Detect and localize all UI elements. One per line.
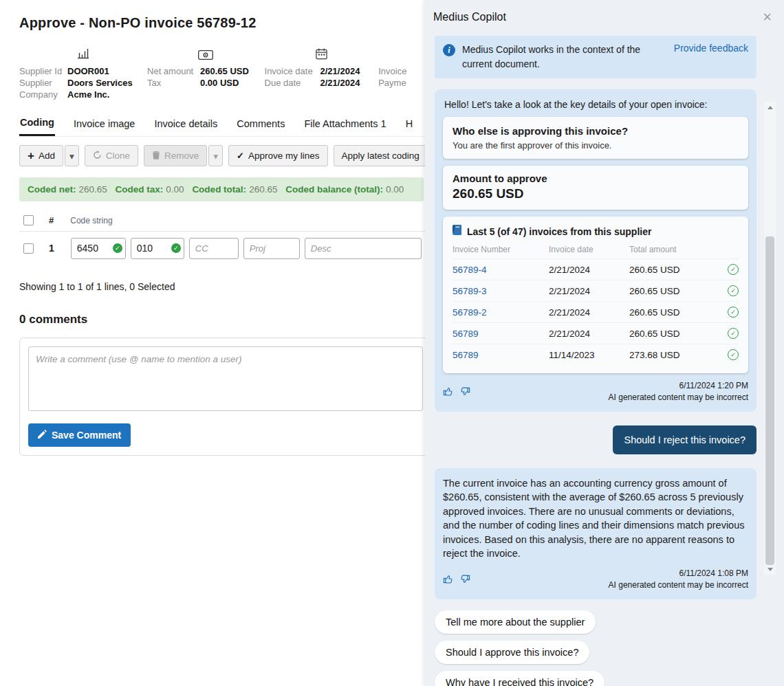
assistant-message: The current invoice has an accounting cu… [435,468,756,599]
history-card-header: Last 5 (of 47) invoices from this suppli… [453,225,739,238]
approve-my-lines-button[interactable]: ✓Approve my lines [228,145,327,166]
history-row: 56789-4 2/21/2024 260.65 USD ✓ [453,258,739,280]
copilot-panel: Medius Copilot × i Medius Copilot works … [425,0,784,686]
apply-latest-coding-button[interactable]: Apply latest coding [334,145,425,166]
select-all-checkbox[interactable] [23,215,34,225]
history-card-title: Last 5 (of 47) invoices from this suppli… [467,226,651,237]
add-button[interactable]: +Add [19,145,63,166]
amounts-eye-icon [147,45,265,60]
due-date-value: 2/21/2024 [320,77,360,89]
coded-tax-value: 0.00 [166,184,184,195]
net-amount-value: 260.65 USD [200,65,249,77]
invoice-link[interactable]: 56789-3 [453,286,549,296]
tab-coding[interactable]: Coding [19,113,55,136]
approved-check-icon: ✓ [728,285,739,296]
feedback-buttons [443,574,470,585]
close-icon[interactable]: × [763,10,772,25]
company-label: Company [19,89,67,100]
history-row: 56789 2/21/2024 260.65 USD ✓ [453,322,739,344]
tax-label: Tax [147,77,200,89]
message-timestamp: 6/11/2024 1:08 PM [609,568,748,579]
due-date-label: Due date [265,77,320,89]
tab-history[interactable]: H [405,113,413,136]
invoice-link[interactable]: 56789-2 [453,307,549,318]
col-invoice-number: Invoice Number [453,245,549,254]
supplier-group: Supplier IdDOOR001 SupplierDoors Service… [19,45,147,100]
invoice-link[interactable]: 56789-4 [453,265,549,275]
comment-input[interactable] [28,346,423,411]
greeting-text: Hello! Let's take a look at the key deta… [444,99,747,110]
chat-area: Hello! Let's take a look at the key deta… [435,89,756,686]
row-checkbox[interactable] [23,243,34,254]
supplier-value: Doors Services [67,77,133,89]
clone-icon [93,151,102,162]
suggestion-approve[interactable]: Should I approve this invoice? [435,641,589,664]
thumbs-down-icon[interactable] [460,386,470,397]
supplier-id-label: Supplier Id [19,65,67,77]
tab-file-attachments[interactable]: File Attachments 1 [303,113,386,136]
thumbs-up-icon[interactable] [443,574,453,585]
message-meta-text: 6/11/2024 1:20 PM AI generated content m… [609,380,748,403]
add-dropdown-button[interactable]: ▾ [65,145,79,166]
context-banner: i Medius Copilot works in the context of… [435,36,756,78]
coded-net-value: 260.65 [79,184,107,195]
coded-net-label: Coded net: [28,184,76,195]
supplier-label: Supplier [19,77,67,89]
scroll-down-arrow[interactable] [764,564,776,575]
ai-response-text: The current invoice has an accounting cu… [443,476,748,561]
clipped-payment-label: Payme [378,77,420,89]
remove-button[interactable]: Remove [144,145,207,166]
thumbs-up-icon[interactable] [443,386,453,397]
remove-dropdown-button[interactable]: ▾ [208,145,223,166]
valid-check-icon: ✓ [113,243,122,253]
clipped-fields-group: Invoice Payme [378,45,425,100]
dates-calendar-icon [265,45,379,60]
invoice-date: 2/21/2024 [549,329,629,339]
suggestion-supplier[interactable]: Tell me more about the supplier [435,610,596,634]
comments-heading: 0 comments [19,313,425,327]
coded-tax-label: Coded tax: [116,184,164,195]
tab-bar: Coding Invoice image Invoice details Com… [19,113,425,137]
ai-disclaimer: AI generated content may be incorrect [609,579,748,591]
chat-scrollbar[interactable] [764,102,776,575]
coded-total-value: 260.65 [249,184,277,195]
provide-feedback-link[interactable]: Provide feedback [674,43,748,54]
copilot-header: Medius Copilot × [425,0,784,34]
invoice-link[interactable]: 56789 [453,329,549,339]
save-comment-button[interactable]: Save Comment [28,423,131,447]
page-title: Approve - Non-PO invoice 56789-12 [19,15,425,31]
approvers-card-body: You are the first approver of this invoi… [453,140,739,151]
invoice-date-label: Invoice date [265,65,320,77]
suggestion-why-received[interactable]: Why have I received this invoice? [435,671,605,686]
approved-check-icon: ✓ [728,349,739,360]
clipped-invoice-label: Invoice [378,65,420,77]
code-string-fields: ✓ ✓ [71,238,425,259]
invoice-date: 2/21/2024 [549,307,629,318]
description-input[interactable] [305,238,422,259]
chevron-down-icon: ▾ [213,151,218,162]
cost-center-field-wrap [189,238,239,259]
history-row: 56789-3 2/21/2024 260.65 USD ✓ [453,280,739,301]
tab-invoice-image[interactable]: Invoice image [73,113,135,136]
coding-toolbar: +Add ▾ Clone Remove ▾ ✓Approve my lines … [19,145,425,166]
clone-button[interactable]: Clone [85,145,138,166]
valid-check-icon: ✓ [171,243,181,253]
supplier-chart-icon [19,45,147,60]
showing-lines-text: Showing 1 to 1 of 1 lines, 0 Selected [19,281,425,292]
copilot-title: Medius Copilot [433,11,506,23]
amounts-group: Net amount260.65 USD Tax0.00 USD [147,45,265,100]
company-value: Acme Inc. [67,89,109,100]
invoice-date: 2/21/2024 [549,286,629,296]
tab-comments[interactable]: Comments [236,113,285,136]
history-table-header: Invoice Number Invoice date Total amount [453,242,739,258]
tab-invoice-details[interactable]: Invoice details [153,113,218,136]
scroll-thumb[interactable] [765,236,774,565]
tax-value: 0.00 USD [200,77,239,89]
thumbs-down-icon[interactable] [460,574,470,585]
cost-center-input[interactable] [189,238,239,259]
project-input[interactable] [243,238,300,259]
message-meta-text: 6/11/2024 1:08 PM AI generated content m… [609,568,748,591]
coded-balance-value: 0.00 [386,184,404,195]
invoice-link[interactable]: 56789 [453,350,549,360]
scroll-up-arrow[interactable] [764,102,776,113]
